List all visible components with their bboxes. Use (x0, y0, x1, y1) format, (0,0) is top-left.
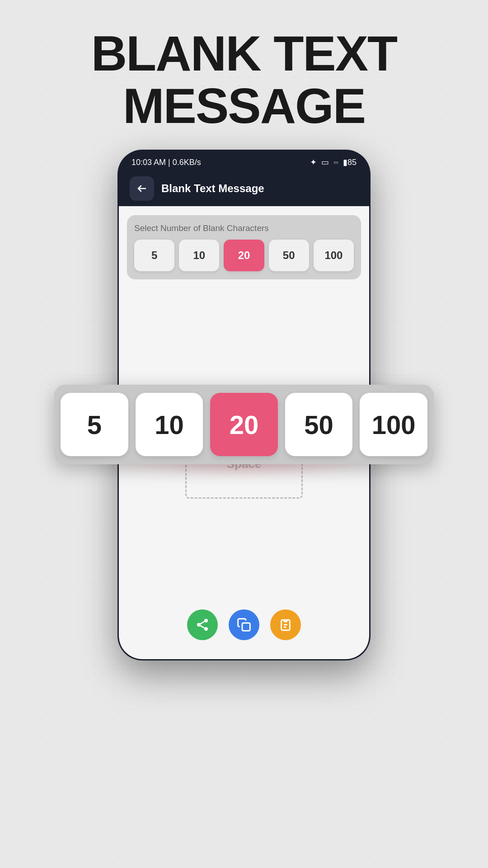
selector-label: Select Number of Blank Characters (134, 223, 354, 233)
selector-section: Select Number of Blank Characters 5 10 2… (127, 215, 361, 279)
number-buttons-row: 5 10 20 50 100 (134, 240, 354, 271)
float-num-btn-10[interactable]: 10 (136, 393, 203, 456)
floating-selector: 5 10 20 50 100 (54, 385, 434, 464)
floating-buttons-row: 5 10 20 50 100 (61, 393, 427, 456)
back-button[interactable] (130, 176, 154, 201)
app-bar-title: Blank Text Message (161, 182, 264, 195)
clipboard-button[interactable] (270, 609, 301, 640)
svg-rect-5 (242, 623, 250, 631)
num-btn-50[interactable]: 50 (269, 240, 309, 271)
battery-icon: ▮85 (343, 157, 357, 167)
float-num-btn-20[interactable]: 20 (210, 393, 278, 456)
svg-line-4 (200, 622, 204, 624)
bluetooth-icon: ✦ (310, 157, 317, 167)
copy-button[interactable] (229, 609, 259, 640)
svg-point-0 (204, 619, 208, 623)
phone-mockup: 10:03 AM | 0.6KB/s ✦ ▭ ⎓ ▮85 (117, 150, 371, 660)
signal-icon: ▭ (321, 157, 329, 167)
svg-point-1 (197, 623, 201, 627)
wifi-icon: ⎓ (333, 158, 338, 167)
status-bar: 10:03 AM | 0.6KB/s ✦ ▭ ⎓ ▮85 (119, 151, 369, 171)
bottom-actions (187, 609, 301, 651)
num-btn-20[interactable]: 20 (224, 240, 264, 271)
float-num-btn-100[interactable]: 100 (360, 393, 427, 456)
num-btn-5[interactable]: 5 (134, 240, 174, 271)
app-bar: Blank Text Message (119, 171, 369, 206)
share-button[interactable] (187, 609, 218, 640)
num-btn-100[interactable]: 100 (314, 240, 354, 271)
page-title: BLANK TEXT MESSAGE (91, 27, 397, 132)
num-btn-10[interactable]: 10 (179, 240, 219, 271)
svg-line-3 (200, 626, 204, 628)
float-num-btn-5[interactable]: 5 (61, 393, 128, 456)
svg-point-2 (204, 627, 208, 631)
status-time: 10:03 AM | 0.6KB/s (131, 158, 201, 167)
float-num-btn-50[interactable]: 50 (285, 393, 353, 456)
